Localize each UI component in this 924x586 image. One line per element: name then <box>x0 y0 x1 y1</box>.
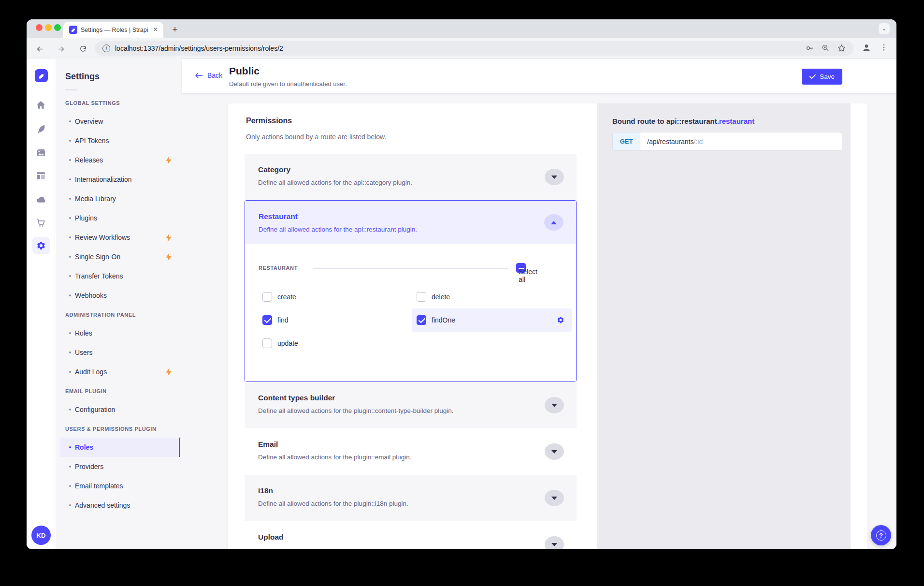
browser-window: Settings — Roles | Strapi ✕ + ⌄ i localh… <box>27 19 896 549</box>
new-tab-button[interactable]: + <box>169 24 181 36</box>
forward-nav-icon[interactable] <box>55 43 67 55</box>
accordion-header[interactable]: Restaurant Define all allowed actions fo… <box>245 201 576 244</box>
bound-route-heading: Bound route to api::restaurant.restauran… <box>612 117 754 125</box>
tab-search-chevron-icon[interactable]: ⌄ <box>879 23 890 34</box>
content-type-builder-layout-icon[interactable] <box>36 171 46 181</box>
content-manager-feather-icon[interactable] <box>36 124 46 134</box>
strapi-favicon-icon <box>69 26 77 34</box>
route-display: GET /api/restaurants/:id <box>612 132 842 151</box>
back-nav-icon[interactable] <box>33 43 46 55</box>
settings-gear-icon[interactable] <box>32 237 50 254</box>
sidebar-section-label: EMAIL PLUGIN <box>65 388 172 394</box>
expand-toggle-button[interactable] <box>545 490 564 506</box>
sidebar-title: Settings <box>56 59 182 82</box>
close-tab-icon[interactable]: ✕ <box>151 26 159 34</box>
bullet-icon <box>69 140 71 142</box>
bullet-icon <box>69 294 71 296</box>
accordion-row-category[interactable]: Category Define all allowed actions for … <box>245 154 577 200</box>
permission-checkbox[interactable] <box>262 292 272 302</box>
accordion-body: RESTAURANT Select all create delete find <box>245 244 576 381</box>
minimize-window-button[interactable] <box>45 24 52 31</box>
permission-option-update: update <box>258 332 412 355</box>
permission-checkbox[interactable] <box>262 315 272 325</box>
route-path: /api/restaurants/:id <box>640 132 703 150</box>
collapse-toggle-button[interactable] <box>544 214 563 231</box>
rail-divider <box>27 95 55 95</box>
save-button[interactable]: Save <box>802 69 842 85</box>
zoom-icon[interactable] <box>820 43 831 53</box>
back-link[interactable]: Back <box>195 72 222 79</box>
select-all-control[interactable]: Select all <box>516 263 531 273</box>
bullet-icon <box>69 178 71 180</box>
bound-route-panel: Bound route to api::restaurant.restauran… <box>597 103 851 549</box>
sidebar-item-roles[interactable]: Roles <box>60 323 180 343</box>
check-icon <box>419 318 425 323</box>
marketplace-cart-icon[interactable] <box>36 218 46 228</box>
sidebar-item-audit-logs[interactable]: Audit Logs <box>60 362 180 381</box>
accordion-row-email[interactable]: Email Define all allowed actions for the… <box>245 428 577 475</box>
accordion-row-i18n[interactable]: i18n Define all allowed actions for the … <box>245 475 577 521</box>
browser-tab[interactable]: Settings — Roles | Strapi ✕ <box>63 22 163 38</box>
bullet-icon <box>69 159 71 161</box>
permission-option-delete: delete <box>412 285 572 308</box>
reload-icon[interactable] <box>77 43 89 55</box>
select-all-checkbox[interactable]: Select all <box>516 263 526 273</box>
home-icon[interactable] <box>36 100 46 110</box>
sidebar-item-internationalization[interactable]: Internationalization <box>60 170 180 189</box>
bullet-icon <box>69 352 71 353</box>
indeterminate-dash-icon: Select all <box>519 268 524 269</box>
sidebar-item-releases[interactable]: Releases <box>60 150 180 170</box>
user-avatar[interactable]: KD <box>31 526 51 545</box>
maximize-window-button[interactable] <box>54 24 61 31</box>
accordion-row-upload[interactable]: Upload <box>245 521 577 549</box>
save-label: Save <box>820 73 835 80</box>
sidebar-item-email-templates[interactable]: Email templates <box>60 476 180 496</box>
sidebar-item-webhooks[interactable]: Webhooks <box>60 286 180 305</box>
sidebar-item-roles[interactable]: Roles <box>60 438 180 457</box>
browser-menu-dots-icon[interactable] <box>879 42 889 53</box>
sidebar-item-api-tokens[interactable]: API Tokens <box>60 131 180 150</box>
tab-title: Settings — Roles | Strapi <box>81 27 148 33</box>
bullet-icon <box>69 332 71 334</box>
page-subtitle: Default role given to unauthenticated us… <box>229 80 347 88</box>
sidebar-item-providers[interactable]: Providers <box>60 457 180 476</box>
expand-toggle-button[interactable] <box>545 443 564 460</box>
strapi-app: KD Settings GLOBAL SETTINGS Overview API… <box>27 59 896 549</box>
expand-toggle-button[interactable] <box>545 397 564 413</box>
bullet-icon <box>69 466 71 468</box>
bookmark-star-icon[interactable] <box>836 43 847 53</box>
bullet-icon <box>69 236 71 238</box>
sidebar-section-label: GLOBAL SETTINGS <box>65 100 172 106</box>
browser-profile-avatar[interactable] <box>861 42 872 53</box>
sidebar-item-users[interactable]: Users <box>60 343 180 362</box>
media-library-icon[interactable] <box>36 147 46 158</box>
permission-option-find: find <box>258 308 412 332</box>
permissions-card: Permissions Only actions bound by a rout… <box>228 103 867 549</box>
accordion-row-content-types-builder[interactable]: Content types builder Define all allowed… <box>245 382 577 428</box>
sidebar-item-single-sign-on[interactable]: Single Sign-On <box>60 247 180 266</box>
permission-checkbox[interactable] <box>417 292 426 302</box>
sidebar-section-label: ADMINISTRATION PANEL <box>65 312 172 318</box>
bullet-icon <box>69 485 71 487</box>
sidebar-item-overview[interactable]: Overview <box>60 112 180 131</box>
permission-checkbox[interactable] <box>262 338 272 348</box>
sidebar-item-review-workflows[interactable]: Review Workflows <box>60 228 180 247</box>
deploy-cloud-icon[interactable] <box>36 194 46 205</box>
sidebar-item-plugins[interactable]: Plugins <box>60 208 180 228</box>
sidebar-item-media-library[interactable]: Media Library <box>60 189 180 208</box>
advanced-settings-gear-icon[interactable] <box>557 316 564 324</box>
sidebar-item-configuration[interactable]: Configuration <box>60 400 180 419</box>
close-window-button[interactable] <box>36 24 43 31</box>
question-mark-icon: ? <box>876 530 886 541</box>
sidebar-item-transfer-tokens[interactable]: Transfer Tokens <box>60 266 180 286</box>
expand-toggle-button[interactable] <box>545 169 564 185</box>
route-path-base: /api/restaurants <box>647 138 694 146</box>
password-key-icon[interactable] <box>804 43 815 53</box>
site-info-icon[interactable]: i <box>102 44 110 52</box>
sidebar-item-advanced-settings[interactable]: Advanced settings <box>60 496 180 515</box>
expand-toggle-button[interactable] <box>545 536 564 549</box>
help-button[interactable]: ? <box>871 525 891 545</box>
strapi-logo[interactable] <box>35 69 48 82</box>
url-bar[interactable]: i localhost:1337/admin/settings/users-pe… <box>95 41 853 56</box>
permission-checkbox[interactable] <box>417 315 426 325</box>
